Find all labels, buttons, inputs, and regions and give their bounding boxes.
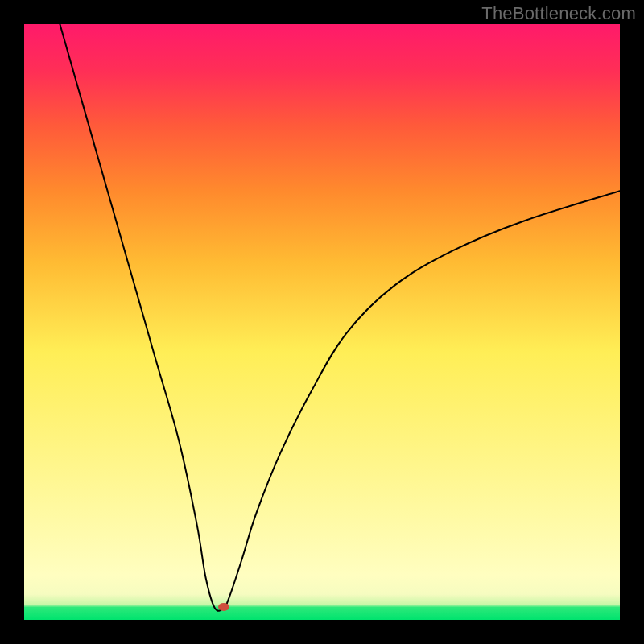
curve-path [60, 24, 620, 611]
bottleneck-curve [24, 24, 620, 620]
watermark-text: TheBottleneck.com [481, 3, 636, 24]
minimum-marker [218, 603, 229, 611]
chart-frame: TheBottleneck.com [0, 0, 644, 644]
plot-area [24, 24, 620, 620]
